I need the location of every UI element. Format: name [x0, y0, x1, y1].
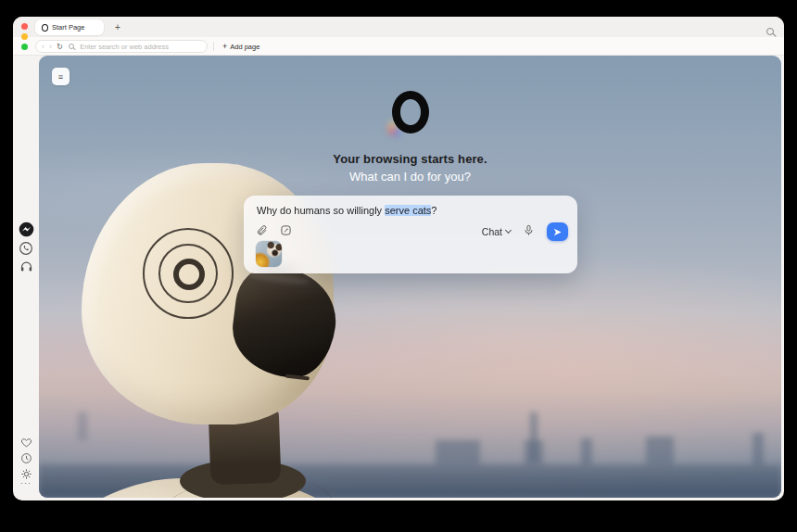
address-search-icon	[69, 44, 74, 49]
plus-icon: +	[222, 42, 227, 51]
tab-title: Start Page	[52, 23, 84, 32]
opera-favicon-icon	[42, 24, 48, 32]
robot-ear-ring	[173, 259, 205, 290]
sidebar-item-favorites[interactable]	[13, 437, 39, 449]
prompt-after: ?	[431, 205, 436, 216]
send-button[interactable]	[547, 222, 568, 241]
prompt-selected-text: serve cats	[385, 205, 431, 216]
sidebar-item-messenger[interactable]	[13, 222, 39, 237]
forward-icon[interactable]: ›	[49, 43, 52, 51]
microphone-button[interactable]	[523, 223, 535, 240]
toolbar-divider	[213, 42, 214, 51]
browser-window: Start Page + ‹ › ↻ + Add page	[13, 17, 784, 500]
close-window-button[interactable]	[21, 23, 28, 30]
tab-strip: Start Page +	[13, 17, 784, 37]
sidebar-item-whatsapp[interactable]	[13, 241, 39, 256]
back-icon[interactable]: ‹	[42, 43, 44, 51]
more-dots-icon: ···	[20, 482, 32, 486]
sidebar-item-player[interactable]	[13, 260, 39, 273]
chat-mode-label: Chat	[482, 226, 502, 237]
headphones-icon	[19, 260, 33, 273]
sidebar-item-history[interactable]	[13, 452, 39, 464]
opera-logo	[392, 91, 429, 133]
add-page-button[interactable]: + Add page	[218, 40, 264, 53]
address-toolbar: ‹ › ↻ + Add page	[13, 37, 784, 56]
attached-cat-image-thumbnail[interactable]	[256, 241, 282, 267]
attach-file-button[interactable]	[256, 223, 268, 240]
heart-icon	[20, 437, 32, 449]
zoom-window-button[interactable]	[21, 44, 28, 50]
search-input[interactable]	[80, 43, 201, 51]
new-tab-button[interactable]: +	[111, 20, 124, 33]
add-page-label: Add page	[230, 43, 259, 51]
whatsapp-icon	[19, 241, 33, 256]
ai-prompt-box[interactable]: Why do humans so willingly serve cats? C…	[244, 196, 577, 273]
address-field[interactable]: ‹ › ↻	[35, 40, 208, 53]
menu-icon: ≡	[58, 72, 63, 82]
opera-ring-icon	[392, 91, 429, 133]
chevron-down-icon	[505, 227, 512, 234]
chat-mode-dropdown[interactable]: Chat	[482, 226, 511, 237]
clock-icon	[20, 452, 32, 464]
minimize-window-button[interactable]	[21, 33, 28, 40]
start-page-menu-button[interactable]: ≡	[52, 68, 70, 85]
page-subtitle: What can I do for you?	[39, 170, 781, 184]
sidebar-item-more[interactable]: ···	[13, 482, 39, 486]
messenger-icon	[19, 222, 34, 237]
reload-icon[interactable]: ↻	[57, 43, 63, 51]
edit-image-icon	[280, 224, 292, 236]
paperclip-icon	[256, 224, 268, 236]
search-icon	[766, 28, 774, 35]
send-plane-icon	[552, 227, 563, 237]
tab-start-page[interactable]: Start Page	[35, 19, 104, 35]
microphone-icon	[523, 224, 535, 236]
edit-image-button[interactable]	[280, 223, 292, 240]
prompt-before: Why do humans so willingly	[257, 205, 385, 216]
start-page: ≡ Your browsing starts here. What can I …	[39, 56, 781, 498]
prompt-text[interactable]: Why do humans so willingly serve cats?	[244, 196, 577, 216]
window-controls	[21, 23, 28, 50]
page-title: Your browsing starts here.	[39, 152, 781, 166]
